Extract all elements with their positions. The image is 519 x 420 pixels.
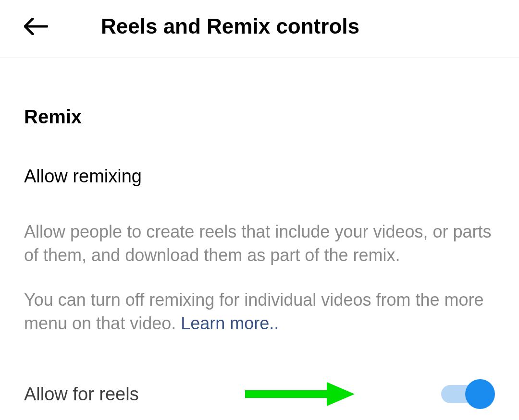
annotation-arrow-icon <box>245 380 356 408</box>
setting-description-2: You can turn off remixing for individual… <box>24 288 495 335</box>
content: Remix Allow remixing Allow people to cre… <box>0 58 519 405</box>
setting-description-1: Allow people to create reels that includ… <box>24 220 495 267</box>
svg-marker-2 <box>327 382 355 406</box>
setting-title: Allow remixing <box>24 166 495 187</box>
toggle-row: Allow for reels <box>24 383 495 405</box>
allow-for-reels-toggle[interactable] <box>441 383 495 405</box>
section-title: Remix <box>24 106 495 128</box>
page-title: Reels and Remix controls <box>101 14 359 38</box>
toggle-thumb <box>465 379 495 409</box>
toggle-label: Allow for reels <box>24 384 139 405</box>
header: Reels and Remix controls <box>0 0 519 58</box>
back-arrow-icon[interactable] <box>24 18 48 35</box>
learn-more-link[interactable]: Learn more.. <box>181 313 279 333</box>
